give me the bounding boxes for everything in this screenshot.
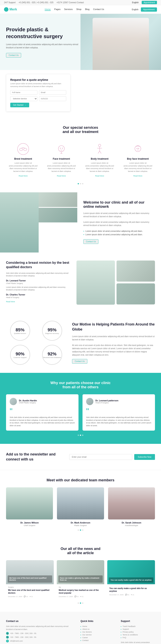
revision-image-main <box>76 260 115 305</box>
nav-services[interactable]: Services <box>64 8 73 11</box>
stats-section: 85% Qualified doctors 95% Diagnose accur… <box>0 313 161 373</box>
testimonial-avatar-1 <box>86 398 93 405</box>
clinic-content: Welcome to our clinic and all of our onl… <box>77 192 161 252</box>
service-desc-1: Lorem ipsum dolor sit amet,consectetur a… <box>46 162 76 173</box>
testimonial-title-1: Head of Surgery <box>95 402 118 404</box>
service-readmore-3[interactable]: Read More <box>133 175 142 177</box>
testimonial-text-0: Sink clerk dolor sit amet,consectetur ad… <box>10 416 75 427</box>
news-comments-0: 💬 21 <box>24 596 28 598</box>
revision-doctor2-name: Dr. Charles Turner <box>6 294 70 296</box>
address-text: +0174 12567 Connect Contact <box>57 2 84 4</box>
revision-readmore[interactable]: Read More <box>6 301 15 303</box>
footer-contact-title: Contact us <box>6 620 74 622</box>
stat-label-2: Customer Support <box>14 356 27 358</box>
clinic-images <box>0 192 77 252</box>
subscribe-button[interactable]: Subscribe Now <box>134 454 155 460</box>
news-dots <box>6 602 155 604</box>
testimonial-dot-1 <box>78 434 79 436</box>
phone-icon-2: 📞 <box>6 636 9 638</box>
stat-circle-3: 92% Received from treatment <box>42 345 62 365</box>
team-photo-0 <box>6 487 53 520</box>
breast-treatment-icon <box>17 143 29 155</box>
testimonials-dots <box>6 434 155 436</box>
quote-service-select[interactable]: Selective Service <box>10 96 37 101</box>
quote-name-row <box>10 90 66 95</box>
testimonial-doc-info-0: Dr. Austin Hardin Chief Plastic Surgery <box>19 399 37 404</box>
revision-doctor1-title: Chief Plastic Surgery <box>6 282 70 284</box>
nav-shop[interactable]: Shop <box>76 8 82 11</box>
revision-doctor2-title: Head of Surgery <box>6 296 70 298</box>
top-appointment-button[interactable]: Appointment <box>142 1 157 4</box>
team-title-2: Anesthesiologist <box>108 524 155 526</box>
footer-link-service[interactable]: Our service <box>80 633 115 636</box>
service-readmore-2[interactable]: Read More <box>95 175 104 177</box>
quote-service-row: Selective Service <box>10 96 66 101</box>
clinic-image-top-right <box>39 192 77 207</box>
testimonials-section: Why our patients choose our clinicfrom a… <box>0 373 161 444</box>
footer-support-link-0[interactable]: Track Feedback <box>121 625 155 628</box>
testimonial-title-0: Chief Plastic Surgery <box>19 402 37 404</box>
team-dot-1 <box>78 530 79 531</box>
language-selector[interactable]: English <box>132 2 139 4</box>
revision-section: Considering a breast revision by the bes… <box>0 252 161 313</box>
news-image-0: We have one of the best and most qualifi… <box>6 560 54 584</box>
footer-support-link-4[interactable]: FAQ <box>121 636 155 639</box>
nav-blog[interactable]: Blog <box>85 8 90 11</box>
service-card-boy-face: Boy face treatment Lorem ipsum dolor sit… <box>121 140 155 180</box>
svg-point-5 <box>62 148 63 148</box>
footer-email: ✉ info@merk.com <box>6 640 74 642</box>
revision-desc2: Lorem ipsum dolor sit amet,consectetur a… <box>6 286 70 292</box>
footer-link-contact[interactable]: Contact <box>80 639 115 642</box>
testimonial-name-0: Dr. Austin Hardin <box>19 399 37 402</box>
nav-contact[interactable]: Contact Us <box>93 8 104 11</box>
team-photo-1 <box>57 487 104 520</box>
nav-lang[interactable]: English <box>132 8 138 11</box>
hero-contact-button[interactable]: Contact Us <box>6 53 21 58</box>
service-title-3: Boy face treatment <box>123 158 153 160</box>
newsletter-input[interactable] <box>69 454 132 460</box>
footer-support-link-3[interactable]: Terms & conditions <box>121 633 155 636</box>
stat-value-0: 85% <box>16 327 25 332</box>
footer-link-doctors[interactable]: Our doctors <box>80 630 115 633</box>
stats-content: Our Motive is Helping Patients From Arou… <box>72 322 155 364</box>
testimonial-avatar-0 <box>10 398 17 405</box>
news-image-1: Face can make a gloomy by make a treatme… <box>57 560 104 584</box>
footer-support-link-2[interactable]: Privacy policy <box>121 630 155 633</box>
news-date-2: December 17, 2020 <box>109 594 123 596</box>
quote-name-input[interactable] <box>10 90 37 95</box>
quote-date-input[interactable] <box>39 96 66 101</box>
get-started-button[interactable]: Get Started → <box>10 103 29 107</box>
svg-point-2 <box>24 148 27 150</box>
footer-link-career[interactable]: Career <box>80 636 115 639</box>
svg-point-3 <box>58 146 64 152</box>
team-section: Meet with our dedicated team members Dr.… <box>0 470 161 539</box>
hero-image <box>80 14 161 70</box>
svg-point-4 <box>60 148 61 148</box>
hero-title: Provide plastic & reconstructive surgery <box>6 26 83 40</box>
stat-circle-2: 90% Customer Support <box>10 345 30 365</box>
nav-home[interactable]: Home <box>45 8 50 11</box>
revision-title: Considering a breast revision by the bes… <box>6 260 70 270</box>
footer-link-home[interactable]: Home <box>80 625 115 628</box>
stats-contact-button[interactable]: Contact Us <box>72 359 87 364</box>
logo[interactable]: Merk <box>4 7 17 12</box>
nav-appointment-button[interactable]: Appointment <box>141 8 157 12</box>
stats-grid: 85% Qualified doctors 95% Diagnose accur… <box>6 321 66 365</box>
nav-pages[interactable]: Pages <box>54 8 61 11</box>
email-icon: ✉ <box>6 640 9 642</box>
footer-support-link-1[interactable]: Support <box>121 628 155 630</box>
footer-link-about[interactable]: About us <box>80 628 115 630</box>
stat-circle-1: 95% Diagnose accuracy <box>42 321 62 341</box>
service-readmore-0[interactable]: Read More <box>19 175 28 177</box>
team-dots <box>6 530 155 531</box>
stat-label-3: Received from treatment <box>43 356 61 358</box>
news-date-1: December 17, 2020 <box>59 596 73 598</box>
service-readmore-1[interactable]: Read More <box>57 175 66 177</box>
nav-links: Home Pages Services Shop Blog Contact Us <box>45 8 104 11</box>
clinic-contact-button[interactable]: Contact Us <box>83 239 98 244</box>
nav-right: English Appointment <box>132 8 157 12</box>
quote-email-input[interactable] <box>39 90 66 95</box>
news-card-2: You can easily make a good skin for us a… <box>107 560 155 600</box>
navbar: Merk Home Pages Services Shop Blog Conta… <box>0 5 161 14</box>
dot-3 <box>82 183 83 184</box>
